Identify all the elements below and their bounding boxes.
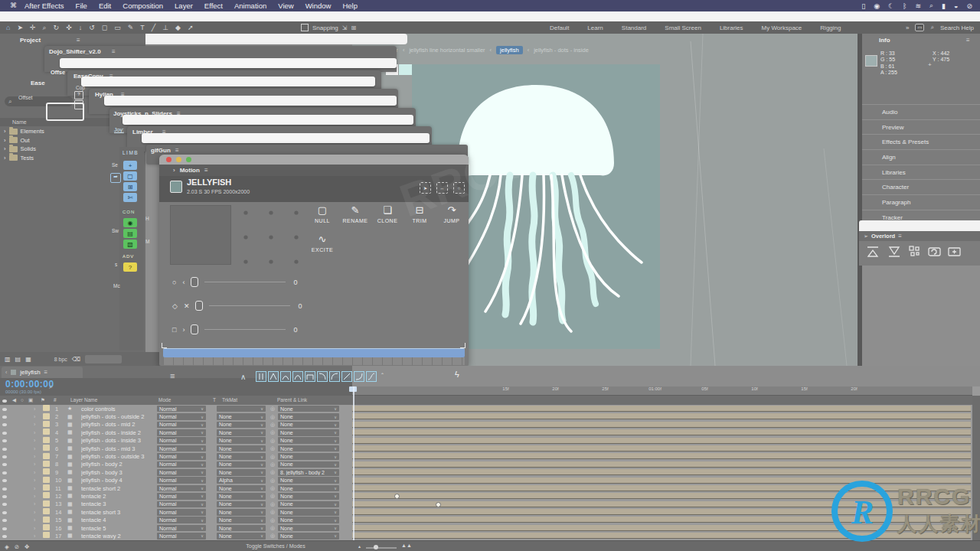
circle-icon[interactable]: ○ bbox=[172, 279, 176, 286]
visibility-toggle[interactable] bbox=[0, 533, 11, 540]
excite-tool[interactable]: ∿EXCITE bbox=[312, 234, 333, 253]
snapping-control[interactable]: Snapping ⇲ ⊞ bbox=[301, 24, 356, 31]
breadcrumb-item[interactable]: jellyfish - dots - inside bbox=[534, 47, 589, 54]
tool-icon[interactable]: ▭ bbox=[114, 24, 121, 32]
trkmat-dropdown[interactable]: Alpha∨ bbox=[217, 477, 266, 484]
mode-dropdown[interactable]: Normal∨ bbox=[157, 477, 206, 484]
layer-track[interactable] bbox=[352, 405, 980, 412]
visibility-toggle[interactable] bbox=[0, 413, 11, 420]
diamond-icon[interactable]: ◇ bbox=[172, 302, 178, 310]
tool-icon[interactable]: ↓ bbox=[79, 24, 83, 32]
visibility-toggle[interactable] bbox=[0, 509, 11, 516]
mode-dropdown[interactable]: Normal∨ bbox=[157, 469, 206, 476]
pickwhip-icon[interactable]: ◎ bbox=[267, 461, 278, 468]
overlord-tab[interactable]: ➢ Overlord ≡ bbox=[859, 231, 980, 241]
hamburger-icon[interactable]: ≡ bbox=[170, 371, 175, 380]
status-icon[interactable]: ⌕ bbox=[929, 2, 933, 10]
time-ruler[interactable]: 15f20f25f01:00f05f10f15f20f bbox=[352, 386, 972, 396]
prev-icon[interactable]: ‹ bbox=[182, 279, 185, 286]
chevron-up-icon[interactable]: ˆ bbox=[381, 372, 384, 380]
search-help-input[interactable]: Search Help bbox=[940, 24, 974, 31]
help-button[interactable]: ? bbox=[74, 91, 83, 99]
label-color-swatch[interactable] bbox=[43, 468, 55, 476]
minimize-icon[interactable] bbox=[176, 157, 181, 162]
lightning-icon[interactable]: ϟ bbox=[455, 370, 459, 379]
tool-icon[interactable]: ✜ bbox=[66, 24, 72, 32]
panel-menu-icon[interactable]: ≡ bbox=[175, 147, 179, 154]
visibility-toggle[interactable] bbox=[0, 461, 11, 468]
limber-control-button[interactable]: ▤ bbox=[123, 229, 137, 238]
tool-icon[interactable]: ◻ bbox=[102, 24, 107, 32]
layer-duration-bar[interactable] bbox=[352, 461, 971, 468]
trkmat-dropdown[interactable]: None∨ bbox=[217, 533, 266, 540]
trkmat-dropdown[interactable]: None∨ bbox=[217, 413, 266, 420]
label-color-swatch[interactable] bbox=[43, 517, 55, 524]
table-row[interactable]: › 5 ▦ jellyfish - dots - inside 3 Normal… bbox=[0, 437, 980, 445]
joy-label[interactable]: Joy: bbox=[114, 127, 124, 132]
overlord-icons[interactable] bbox=[865, 245, 972, 263]
visibility-toggle[interactable] bbox=[0, 517, 11, 523]
parent-dropdown[interactable]: None∨ bbox=[278, 406, 339, 412]
trkmat-dropdown[interactable]: None∨ bbox=[217, 485, 266, 492]
snapping-checkbox[interactable] bbox=[301, 24, 309, 31]
parent-dropdown[interactable]: None∨ bbox=[278, 477, 339, 484]
pickwhip-icon[interactable]: ◎ bbox=[267, 438, 278, 444]
layer-track[interactable] bbox=[352, 437, 980, 445]
status-icon[interactable]: ◒ bbox=[954, 2, 958, 10]
status-icon[interactable]: ▮ bbox=[942, 2, 946, 10]
expander-icon[interactable]: › bbox=[34, 422, 43, 427]
mode-dropdown[interactable]: Normal∨ bbox=[157, 429, 206, 436]
layer-name[interactable]: jellyfish - body 2 bbox=[81, 461, 157, 468]
layer-name[interactable]: tentacle short 3 bbox=[81, 509, 157, 516]
folder-name[interactable]: Out bbox=[21, 137, 30, 144]
slider-value[interactable]: 0 bbox=[293, 279, 297, 286]
layer-name[interactable]: jellyfish - dots - inside 3 bbox=[81, 437, 157, 444]
layer-track[interactable] bbox=[352, 421, 980, 429]
info-panel-title[interactable]: Info bbox=[879, 37, 890, 44]
slider-handle[interactable] bbox=[191, 277, 198, 287]
label-color-swatch[interactable] bbox=[43, 500, 55, 508]
limber-tool-button[interactable]: ✄ bbox=[123, 193, 137, 202]
layer-name[interactable]: jellyfish - dots - mid 3 bbox=[81, 445, 157, 452]
panel-menu-icon[interactable]: ≡ bbox=[77, 37, 80, 44]
panel-menu-icon[interactable]: ≡ bbox=[44, 369, 48, 376]
visibility-toggle[interactable] bbox=[0, 500, 11, 507]
tool-icon[interactable]: ╱ bbox=[152, 24, 155, 32]
tool-icon[interactable]: ➤ bbox=[17, 24, 23, 32]
close-icon[interactable] bbox=[166, 157, 172, 162]
status-icon[interactable]: ▯ bbox=[861, 2, 865, 10]
parent-dropdown[interactable]: None∨ bbox=[278, 445, 339, 452]
current-time-display[interactable]: 0:00:00:00 bbox=[5, 379, 54, 390]
breadcrumb-item-active[interactable]: jellyfish bbox=[496, 46, 523, 54]
parent-dropdown[interactable]: None∨ bbox=[278, 493, 339, 500]
pickwhip-icon[interactable]: ◎ bbox=[267, 414, 278, 420]
workspace-tab[interactable]: Standard bbox=[622, 24, 646, 31]
workspace-tab[interactable]: Default bbox=[550, 24, 569, 31]
visibility-toggle[interactable] bbox=[0, 437, 11, 444]
pickwhip-icon[interactable]: ◎ bbox=[267, 454, 278, 460]
motion-scrollbar[interactable] bbox=[163, 348, 465, 357]
expander-icon[interactable]: › bbox=[34, 526, 43, 531]
layer-track[interactable] bbox=[352, 445, 980, 452]
panel-menu-icon[interactable]: ≡ bbox=[112, 48, 116, 55]
lock-icon[interactable]: ▣ bbox=[28, 397, 33, 403]
slider-value[interactable]: 0 bbox=[293, 326, 297, 334]
sidebar-panel-tab[interactable]: Align bbox=[862, 149, 980, 165]
slider-handle[interactable] bbox=[191, 324, 198, 334]
mode-dropdown[interactable]: Normal∨ bbox=[157, 533, 206, 540]
list-item[interactable]: › Out bbox=[0, 136, 145, 145]
layer-track[interactable] bbox=[352, 429, 980, 436]
parent-dropdown[interactable]: None∨ bbox=[278, 525, 339, 532]
panel-title[interactable]: Dojo_Shifter_v2.0 bbox=[49, 48, 101, 55]
mode-dropdown[interactable]: Normal∨ bbox=[157, 422, 206, 429]
panel-menu-icon[interactable]: ≡ bbox=[204, 167, 208, 174]
mode-dropdown[interactable]: Normal∨ bbox=[157, 517, 206, 523]
status-icon[interactable]: ᛒ bbox=[903, 2, 906, 10]
mode-dropdown[interactable]: Normal∨ bbox=[157, 461, 206, 468]
label-color-swatch[interactable] bbox=[43, 413, 55, 421]
visibility-toggle[interactable] bbox=[0, 421, 11, 428]
tool-icon[interactable]: ↻ bbox=[54, 24, 60, 32]
visibility-toggle[interactable] bbox=[0, 445, 11, 452]
tool-icon[interactable]: ⊥ bbox=[162, 24, 168, 32]
layer-duration-bar[interactable] bbox=[352, 445, 971, 452]
